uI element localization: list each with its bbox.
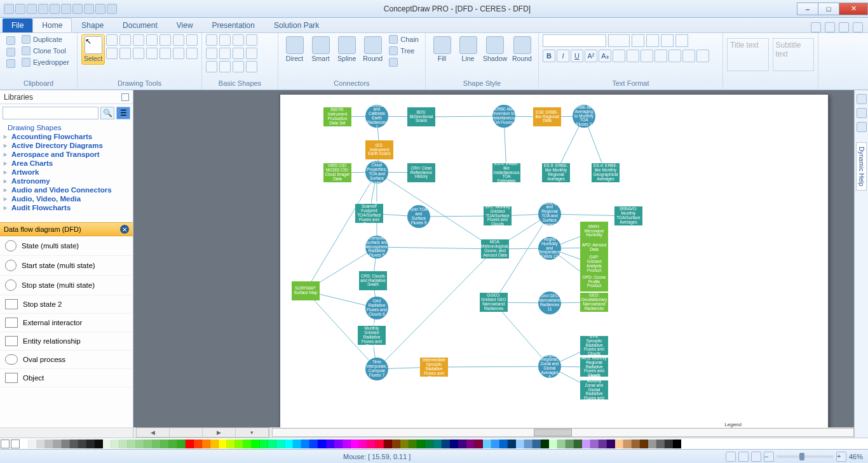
library-item[interactable]: Aerospace and Transport [3,150,130,159]
tab-document[interactable]: Document [113,18,167,32]
tool-icon[interactable] [133,34,144,46]
color-swatch[interactable] [210,440,219,448]
file-tab[interactable]: File [3,18,32,32]
color-swatch[interactable] [53,440,62,448]
connector-round[interactable]: Round [360,34,385,65]
library-item[interactable]: Accounting Flowcharts [3,132,130,141]
color-swatch[interactable] [326,440,334,448]
colorbar-tool-icon[interactable] [1,440,10,448]
color-swatch[interactable] [640,440,648,448]
library-search-input[interactable] [3,107,98,119]
color-swatch[interactable] [86,440,95,448]
color-swatch[interactable] [45,440,53,448]
color-swatch[interactable] [243,440,252,448]
color-swatch[interactable] [62,440,70,448]
color-swatch[interactable] [466,440,475,448]
dfd-node[interactable]: ES-4: ERBE-like Monthly Geographical Ave… [592,163,620,182]
dfd-node[interactable]: CRS: Clouds and Radiative Swath [359,271,387,290]
color-swatch[interactable] [615,440,623,448]
color-swatch[interactable] [37,440,45,448]
grow-font-icon[interactable] [632,34,644,47]
qat-icon[interactable] [107,4,117,14]
dfd-node[interactable]: SYNI: Intermediate Synoptic Radiative Fl… [420,358,448,377]
tool-icon[interactable] [186,34,198,46]
color-swatch[interactable] [78,440,86,448]
dfd-node[interactable]: CRH: Clear Reflectance History [407,163,435,182]
tab-shape[interactable]: Shape [72,18,113,32]
dfd-node[interactable]: ERBE-like Inversion to Instantaneous TOA… [492,105,515,128]
qat-icon[interactable] [61,4,71,14]
color-swatch[interactable] [450,440,458,448]
color-swatch[interactable] [285,440,293,448]
shape-icon[interactable] [246,34,257,46]
color-swatch[interactable] [318,440,326,448]
line-button[interactable]: Line [456,34,480,65]
colorbar-tool-icon[interactable] [11,440,20,448]
dfd-node[interactable]: GEO: Geostationary Narrowband Radiances [580,293,608,312]
tab-presentation[interactable]: Presentation [203,18,264,32]
qat-icon[interactable] [27,4,37,14]
panel-hscroll[interactable] [0,427,133,438]
tab-view[interactable]: View [167,18,203,32]
dfd-node[interactable]: Time Interpolate, Compute Fluxes 7 [365,358,388,380]
toolstrip-icon[interactable] [857,108,867,118]
library-item[interactable]: Area Charts [3,159,130,168]
stencil-list[interactable]: State (multi state)Start state (multi st… [0,236,133,427]
color-swatch[interactable] [235,440,243,448]
minimize-button[interactable]: – [797,3,818,15]
drawing-page[interactable]: Legend Ancillary Data ProductsArchival D… [280,94,829,427]
color-swatch[interactable] [334,440,342,448]
font-select[interactable] [543,34,606,47]
dfd-node[interactable]: Compute Surface and Atmospheric Radiativ… [365,236,388,258]
list-view-icon[interactable]: ☰ [116,107,130,119]
shape-icon[interactable] [246,48,257,59]
dfd-node[interactable]: SRBAVG: Monthly TOA/Surface Averages [614,206,642,225]
qat-icon[interactable] [4,4,14,14]
color-swatch[interactable] [566,440,574,448]
dfd-node[interactable]: Compute Regional, Zonal and Global Avera… [538,355,561,378]
shape-icon[interactable] [206,48,217,59]
dfd-node[interactable]: INSTR: Instrument Production Data Set [323,107,351,126]
library-item[interactable]: Artwork [3,168,130,177]
tool-icon[interactable] [159,48,171,59]
qat-icon[interactable] [72,4,83,14]
connector-more-icon[interactable] [386,57,421,67]
stencil-item[interactable]: External interactor [0,314,133,332]
dfd-node[interactable]: Geolocate and Calibrate Earth Radiances … [365,105,388,128]
zoom-slider[interactable] [776,455,834,458]
subtitle-style[interactable]: Subtitle text [773,38,815,71]
dfd-node[interactable]: ERBE-like Averaging to Monthly TOA Fluxe… [573,105,595,128]
stencil-item[interactable]: Start state (multi state) [0,256,133,276]
dfd-node[interactable]: ES-4: ERBE-like Instantaneous TOA Estima… [492,163,520,182]
color-swatch[interactable] [29,440,37,448]
color-swatch[interactable] [351,440,359,448]
library-item[interactable]: Drawing Shapes [3,123,130,132]
color-swatch[interactable] [111,440,119,448]
tool-icon[interactable] [133,48,144,59]
color-swatch[interactable] [442,440,450,448]
qat-icon[interactable] [15,4,25,14]
tab-home[interactable]: Home [32,18,72,32]
color-swatch[interactable] [508,440,516,448]
connector-smart[interactable]: Smart [308,34,333,65]
color-swatch[interactable] [177,440,186,448]
dynamic-help-tab[interactable]: Dynamic Help [856,142,867,191]
color-swatch[interactable] [376,440,384,448]
shrink-font-icon[interactable] [646,34,659,47]
hand-tool-icon[interactable] [726,452,736,462]
color-swatch[interactable] [392,440,400,448]
hscroll-thumb[interactable] [534,429,572,436]
shape-icon[interactable] [246,61,257,72]
color-swatch[interactable] [384,440,392,448]
color-swatch[interactable] [656,440,665,448]
eyedropper-button[interactable]: Eyedropper [19,57,72,67]
superscript-icon[interactable]: A² [585,50,597,62]
color-swatch[interactable] [194,440,202,448]
stencil-item[interactable]: State (multi state) [0,236,133,256]
color-swatch[interactable] [153,440,161,448]
dfd-node[interactable]: GAP: Gridded Analysis Product [580,255,608,274]
tool-icon[interactable] [106,48,118,59]
color-swatch[interactable] [161,440,169,448]
color-swatch[interactable] [541,440,549,448]
library-item[interactable]: Active Directory Diagrams [3,141,130,150]
